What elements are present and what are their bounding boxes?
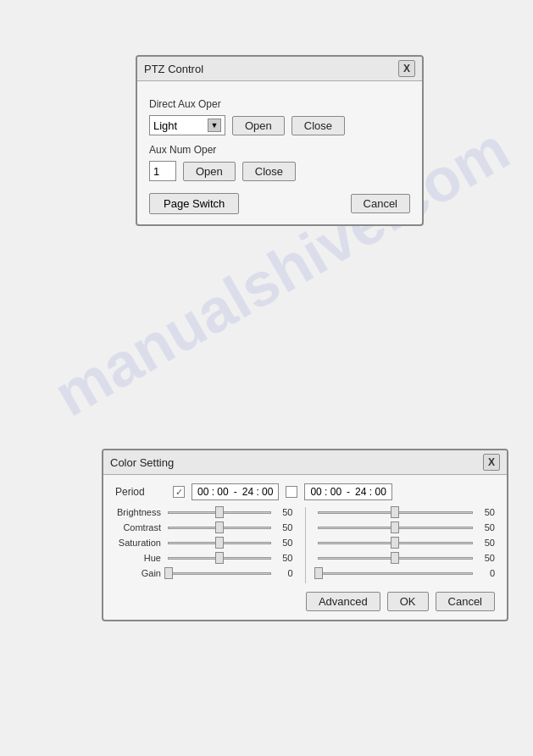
slider-left-value-3: 50 (275, 553, 293, 563)
slider-right-value-4: 0 (476, 568, 495, 578)
slider-left-label-1: Comtrast (115, 522, 164, 533)
slider-left-track-4[interactable] (168, 572, 271, 575)
color-setting-dialog: Color Setting X Period ✓ 00 : 00 - 24 : … (102, 449, 508, 621)
slider-left-value-4: 0 (275, 568, 293, 578)
slider-left-row-2: Saturation 50 (115, 538, 293, 548)
period1-check-mark: ✓ (175, 487, 183, 498)
num-open-button[interactable]: Open (183, 162, 236, 181)
sliders-divider (305, 507, 306, 583)
slider-left-row-1: Comtrast 50 (115, 522, 293, 533)
slider-left-label-4: Gain (115, 568, 164, 578)
slider-left-thumb-2[interactable] (215, 537, 224, 549)
slider-left-value-0: 50 (275, 507, 293, 517)
slider-right-thumb-1[interactable] (391, 521, 399, 533)
slider-right-value-2: 50 (476, 538, 495, 548)
direct-close-button[interactable]: Close (291, 116, 345, 135)
slider-left-thumb-0[interactable] (215, 506, 224, 518)
period1-sep: - (230, 486, 241, 498)
sliders-left-col: Brightness 50 Comtrast 50 Saturation 50 … (115, 507, 293, 583)
slider-right-value-0: 50 (476, 507, 495, 517)
slider-left-row-4: Gain 0 (115, 568, 293, 578)
slider-left-thumb-1[interactable] (215, 521, 224, 533)
slider-left-label-0: Brightness (115, 507, 164, 517)
slider-right-value-1: 50 (476, 522, 495, 533)
slider-left-track-3[interactable] (168, 557, 271, 560)
slider-right-track-4[interactable] (318, 572, 474, 575)
aux-select-value: Light (153, 119, 208, 132)
period-label: Period (115, 486, 166, 498)
ptz-titlebar: PTZ Control X (137, 57, 422, 81)
slider-right-track-2[interactable] (318, 542, 474, 544)
slider-right-thumb-4[interactable] (314, 567, 323, 579)
slider-left-row-3: Hue 50 (115, 553, 293, 563)
ptz-cancel-button[interactable]: Cancel (351, 194, 410, 213)
slider-left-thumb-4[interactable] (164, 567, 173, 579)
period2-sep: - (343, 486, 353, 498)
ptz-title: PTZ Control (144, 63, 203, 75)
slider-right-track-3[interactable] (318, 557, 474, 560)
period1-checkbox[interactable]: ✓ (173, 486, 185, 498)
slider-right-row-3: 50 (318, 553, 496, 563)
slider-right-row-4: 0 (318, 568, 496, 578)
period1-start-value: 00 : 00 (197, 486, 229, 498)
period2-checkbox[interactable] (286, 486, 297, 498)
slider-left-track-0[interactable] (168, 511, 271, 514)
direct-aux-row: Light ▼ Open Close (149, 115, 410, 135)
num-close-button[interactable]: Close (242, 162, 296, 181)
slider-left-track-2[interactable] (168, 542, 271, 544)
period1-end-value: 24 : 00 (242, 486, 274, 498)
slider-left-value-1: 50 (275, 522, 293, 533)
slider-right-row-2: 50 (318, 538, 496, 548)
period1-start-time[interactable]: 00 : 00 - 24 : 00 (192, 483, 279, 500)
ptz-close-button[interactable]: X (398, 60, 415, 77)
slider-right-value-3: 50 (476, 553, 495, 563)
slider-right-thumb-0[interactable] (391, 506, 399, 518)
slider-left-value-2: 50 (275, 538, 293, 548)
slider-right-row-1: 50 (318, 522, 496, 533)
period2-end-value: 24 : 00 (355, 486, 386, 498)
ptz-body: Direct Aux Oper Light ▼ Open Close Aux N… (137, 81, 422, 224)
advanced-button[interactable]: Advanced (306, 592, 380, 611)
slider-right-row-0: 50 (318, 507, 496, 517)
ptz-bottom-row: Page Switch Cancel (149, 193, 410, 214)
ok-button[interactable]: OK (387, 592, 429, 611)
slider-right-thumb-3[interactable] (391, 552, 399, 564)
slider-right-track-1[interactable] (318, 527, 474, 529)
aux-num-row: Open Close (149, 161, 410, 181)
slider-right-thumb-2[interactable] (391, 537, 399, 549)
slider-left-label-3: Hue (115, 553, 164, 563)
color-body: Period ✓ 00 : 00 - 24 : 00 00 : 00 - 24 … (103, 475, 507, 620)
page-switch-button[interactable]: Page Switch (149, 193, 239, 214)
aux-num-label: Aux Num Oper (149, 144, 410, 156)
period-row: Period ✓ 00 : 00 - 24 : 00 00 : 00 - 24 … (115, 483, 495, 500)
ptz-control-dialog: PTZ Control X Direct Aux Oper Light ▼ Op… (136, 55, 424, 226)
color-bottom-row: Advanced OK Cancel (115, 592, 495, 611)
period2-start-time[interactable]: 00 : 00 - 24 : 00 (304, 483, 391, 500)
color-close-button[interactable]: X (483, 454, 500, 471)
slider-left-label-2: Saturation (115, 538, 164, 548)
aux-select[interactable]: Light ▼ (149, 115, 225, 135)
aux-select-arrow[interactable]: ▼ (208, 119, 221, 132)
direct-aux-label: Direct Aux Oper (149, 98, 410, 110)
color-titlebar: Color Setting X (103, 450, 507, 475)
period2-start-value: 00 : 00 (310, 486, 341, 498)
slider-left-track-1[interactable] (168, 527, 271, 529)
color-cancel-button[interactable]: Cancel (436, 592, 495, 611)
sliders-area: Brightness 50 Comtrast 50 Saturation 50 … (115, 507, 495, 583)
slider-left-thumb-3[interactable] (215, 552, 224, 564)
slider-right-track-0[interactable] (318, 511, 474, 514)
aux-num-input[interactable] (149, 161, 176, 181)
sliders-right-col: 50 50 50 50 0 (318, 507, 496, 583)
slider-left-row-0: Brightness 50 (115, 507, 293, 517)
color-title: Color Setting (110, 456, 174, 469)
direct-open-button[interactable]: Open (232, 116, 285, 135)
